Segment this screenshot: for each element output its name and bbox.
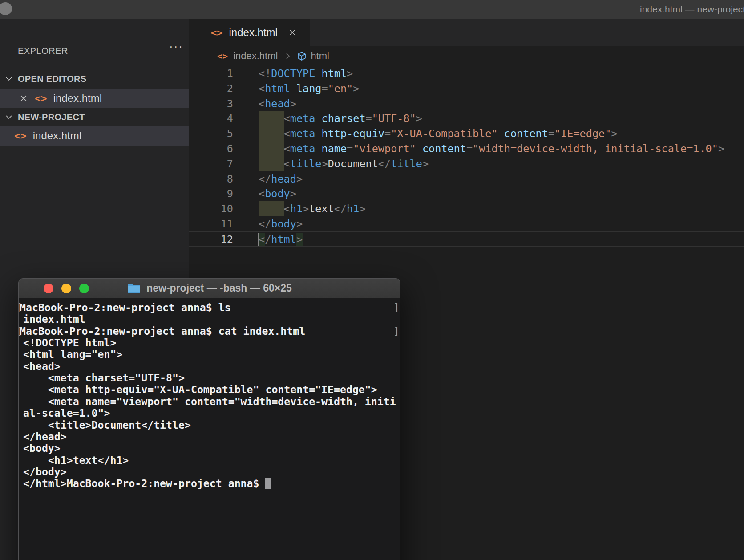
terminal-line: <meta name="viewport" content="width=dev… xyxy=(19,395,400,407)
terminal-line: al-scale=1.0"> xyxy=(19,407,400,419)
terminal-titlebar[interactable]: new-project — -bash — 60×25 xyxy=(19,279,400,298)
terminal-line: [MacBook-Pro-2:new-project anna$ cat ind… xyxy=(19,325,400,337)
code-line[interactable]: 9<body> xyxy=(189,186,744,201)
terminal-text: <h1>text</h1> xyxy=(23,454,129,466)
line-number: 12 xyxy=(189,232,233,247)
terminal-text: <meta http-equiv="X-UA-Compatible" conte… xyxy=(23,383,377,395)
terminal-line: <html lang="en"> xyxy=(19,348,400,360)
vscode-titlebar: index.html — new-project xyxy=(0,0,744,19)
html-file-icon: <> xyxy=(14,130,27,142)
line-number: 9 xyxy=(189,186,233,201)
terminal-text: al-scale=1.0"> xyxy=(23,407,110,419)
terminal-text: </html>MacBook-Pro-2:new-project anna$ xyxy=(23,477,265,489)
section-label: OPEN EDITORS xyxy=(18,74,86,84)
terminal-line: <title>Document</title> xyxy=(19,419,400,431)
terminal-line: <head> xyxy=(19,360,400,372)
terminal-text: <!DOCTYPE html> xyxy=(23,337,116,349)
chevron-down-icon xyxy=(4,74,13,83)
code-line[interactable]: 11</body> xyxy=(189,216,744,231)
terminal-line: index.html xyxy=(19,313,400,325)
line-number: 3 xyxy=(189,96,233,111)
code-line[interactable]: 8</head> xyxy=(189,171,744,187)
line-number: 2 xyxy=(189,81,233,96)
open-editor-item-index-html[interactable]: <> index.html xyxy=(0,89,189,108)
explorer-header: EXPLORER ··· xyxy=(0,19,189,48)
terminal-title: new-project — -bash — 60×25 xyxy=(146,282,292,294)
close-icon[interactable] xyxy=(19,93,28,103)
minimize-window-button[interactable] xyxy=(61,284,71,293)
terminal-text: MacBook-Pro-2:new-project anna$ cat inde… xyxy=(20,325,305,337)
close-window-button[interactable] xyxy=(44,284,53,293)
code-line[interactable]: 3<head> xyxy=(189,96,744,111)
window-title: index.html — new-project xyxy=(640,4,744,15)
terminal-content[interactable]: [MacBook-Pro-2:new-project anna$ ls]inde… xyxy=(19,298,400,560)
prompt-mark-right: ] xyxy=(393,325,400,337)
terminal-text: MacBook-Pro-2:new-project anna$ ls xyxy=(20,301,231,313)
line-number: 10 xyxy=(189,201,233,216)
code-line[interactable]: 10 <h1>text</h1> xyxy=(189,201,744,216)
terminal-text: <title>Document</title> xyxy=(23,419,191,431)
code-line[interactable]: 1<!DOCTYPE html> xyxy=(189,66,744,81)
prompt-mark-left: [ xyxy=(19,301,22,313)
inactive-traffic-light[interactable] xyxy=(0,2,12,15)
folder-icon xyxy=(127,283,141,294)
terminal-text: <head> xyxy=(23,360,61,372)
tree-item-index-html[interactable]: <> index.html xyxy=(0,126,189,146)
terminal-line: <h1>text</h1> xyxy=(19,454,400,466)
code-line[interactable]: 4 <meta charset="UTF-8"> xyxy=(189,111,744,126)
terminal-cursor xyxy=(265,478,271,489)
file-name: index.html xyxy=(53,92,102,105)
explorer-title: EXPLORER xyxy=(18,46,68,56)
screen: index.html — new-project EXPLORER ··· OP… xyxy=(0,0,744,560)
traffic-lights xyxy=(44,279,89,298)
terminal-text: </body> xyxy=(23,466,67,478)
terminal-line: <meta http-equiv="X-UA-Compatible" conte… xyxy=(19,383,400,395)
line-number: 5 xyxy=(189,126,233,141)
section-label: NEW-PROJECT xyxy=(18,112,85,122)
terminal-line: </head> xyxy=(19,430,400,442)
prompt-mark-right: ] xyxy=(393,301,400,313)
terminal-line: [MacBook-Pro-2:new-project anna$ ls] xyxy=(19,301,400,313)
terminal-line: </html>MacBook-Pro-2:new-project anna$ xyxy=(19,477,400,489)
code-line[interactable]: 7 <title>Document</title> xyxy=(189,156,744,171)
terminal-text: </head> xyxy=(23,430,67,442)
terminal-window[interactable]: new-project — -bash — 60×25 [MacBook-Pro… xyxy=(18,278,400,560)
line-number: 11 xyxy=(189,216,233,231)
code-line[interactable]: 12</html> xyxy=(189,231,744,247)
terminal-text: <meta name="viewport" content="width=dev… xyxy=(23,395,396,407)
code-line[interactable]: 5 <meta http-equiv="X-UA-Compatible" con… xyxy=(189,126,744,141)
terminal-text: index.html xyxy=(23,313,85,325)
line-number: 8 xyxy=(189,171,233,187)
line-number: 6 xyxy=(189,141,233,156)
file-name: index.html xyxy=(33,130,81,142)
terminal-line: <body> xyxy=(19,442,400,454)
zoom-window-button[interactable] xyxy=(79,284,89,293)
prompt-mark-left: [ xyxy=(19,325,22,337)
line-number: 4 xyxy=(189,111,233,126)
chevron-down-icon xyxy=(4,113,13,122)
line-number: 7 xyxy=(189,156,233,171)
section-open-editors[interactable]: OPEN EDITORS xyxy=(0,69,189,89)
line-number: 1 xyxy=(189,66,233,81)
terminal-line: <!DOCTYPE html> xyxy=(19,337,400,349)
terminal-text: <html lang="en"> xyxy=(23,348,122,360)
explorer-more-icon[interactable]: ··· xyxy=(169,40,183,53)
terminal-text: <body> xyxy=(23,442,61,454)
terminal-line: <meta charset="UTF-8"> xyxy=(19,372,400,384)
terminal-text: <meta charset="UTF-8"> xyxy=(23,372,185,384)
section-new-project[interactable]: NEW-PROJECT xyxy=(0,108,189,126)
html-file-icon: <> xyxy=(35,93,47,104)
terminal-line: </body> xyxy=(19,466,400,478)
code-line[interactable]: 6 <meta name="viewport" content="width=d… xyxy=(189,141,744,156)
code-line[interactable]: 2<html lang="en"> xyxy=(189,81,744,96)
